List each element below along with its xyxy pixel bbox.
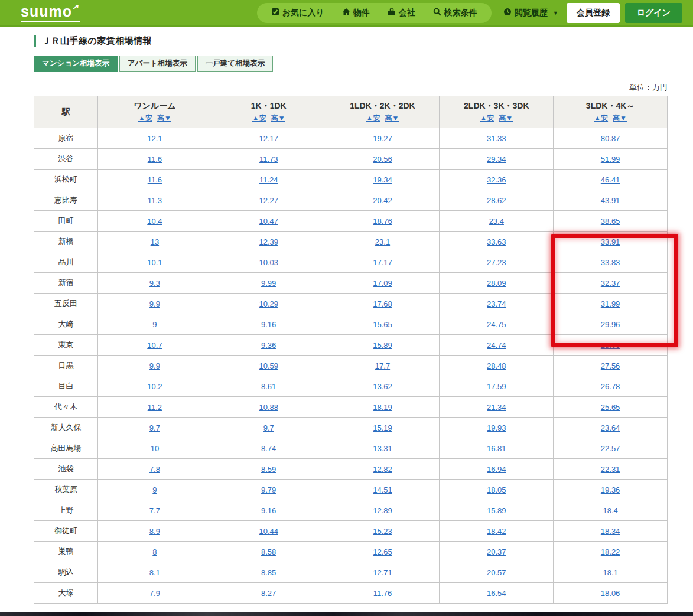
rent-value-link[interactable]: 25.65: [601, 403, 620, 412]
rent-value-link[interactable]: 11.76: [373, 589, 392, 598]
rent-value-link[interactable]: 18.22: [601, 547, 620, 556]
rent-value-link[interactable]: 12.39: [259, 237, 278, 246]
sort-cheap-link[interactable]: ▲安: [480, 114, 494, 122]
rent-value-link[interactable]: 9: [152, 320, 157, 329]
rent-value-link[interactable]: 9.7: [263, 423, 274, 432]
rent-value-link[interactable]: 43.91: [601, 196, 620, 205]
rent-value-link[interactable]: 22.31: [601, 465, 620, 474]
rent-value-link[interactable]: 18.19: [373, 403, 392, 412]
rent-value-link[interactable]: 11.6: [148, 175, 162, 184]
rent-value-link[interactable]: 33.63: [487, 237, 506, 246]
rent-value-link[interactable]: 11.3: [148, 196, 162, 205]
rent-value-link[interactable]: 20.56: [373, 155, 392, 164]
rent-value-link[interactable]: 28.06: [601, 341, 620, 350]
rent-value-link[interactable]: 10.47: [259, 217, 278, 226]
rent-value-link[interactable]: 8.85: [261, 568, 276, 577]
rent-value-link[interactable]: 18.34: [601, 527, 620, 536]
rent-value-link[interactable]: 9.9: [149, 299, 160, 308]
rent-value-link[interactable]: 12.1: [147, 134, 162, 143]
rent-value-link[interactable]: 10.7: [147, 341, 162, 350]
rent-value-link[interactable]: 20.37: [487, 547, 506, 556]
rent-value-link[interactable]: 19.36: [601, 485, 620, 494]
rent-value-link[interactable]: 11.73: [259, 155, 278, 164]
tab-0-active[interactable]: マンション相場表示: [34, 56, 118, 72]
rent-value-link[interactable]: 10: [151, 444, 159, 453]
rent-value-link[interactable]: 28.09: [487, 279, 506, 288]
rent-value-link[interactable]: 23.4: [489, 217, 504, 226]
rent-value-link[interactable]: 38.65: [601, 217, 620, 226]
rent-value-link[interactable]: 26.78: [601, 382, 620, 391]
rent-value-link[interactable]: 24.74: [487, 341, 506, 350]
tab-2[interactable]: 一戸建て相場表示: [197, 56, 273, 72]
rent-value-link[interactable]: 11.24: [259, 175, 278, 184]
rent-value-link[interactable]: 9.16: [261, 506, 276, 515]
rent-value-link[interactable]: 12.89: [373, 506, 392, 515]
rent-value-link[interactable]: 15.89: [487, 506, 506, 515]
rent-value-link[interactable]: 33.83: [601, 258, 620, 267]
sort-expensive-link[interactable]: 高▼: [157, 114, 171, 122]
rent-value-link[interactable]: 32.36: [487, 175, 506, 184]
rent-value-link[interactable]: 9.99: [261, 279, 276, 288]
rent-value-link[interactable]: 33.91: [601, 237, 620, 246]
rent-value-link[interactable]: 24.75: [487, 320, 506, 329]
rent-value-link[interactable]: 18.1: [603, 568, 617, 577]
rent-value-link[interactable]: 11.2: [148, 403, 162, 412]
rent-value-link[interactable]: 10.88: [259, 403, 278, 412]
rent-value-link[interactable]: 17.7: [375, 361, 390, 370]
rent-value-link[interactable]: 9: [152, 485, 157, 494]
rent-value-link[interactable]: 18.76: [373, 217, 392, 226]
sort-cheap-link[interactable]: ▲安: [594, 114, 608, 122]
rent-value-link[interactable]: 7.9: [149, 589, 160, 598]
sort-expensive-link[interactable]: 高▼: [385, 114, 399, 122]
rent-value-link[interactable]: 19.27: [373, 134, 392, 143]
rent-value-link[interactable]: 27.23: [487, 258, 506, 267]
rent-value-link[interactable]: 29.96: [601, 320, 620, 329]
rent-value-link[interactable]: 31.33: [487, 134, 506, 143]
nav-item-history[interactable]: 閲覧履歴 ▼: [503, 8, 558, 18]
rent-value-link[interactable]: 10.44: [259, 527, 278, 536]
rent-value-link[interactable]: 14.51: [373, 485, 392, 494]
rent-value-link[interactable]: 18.05: [487, 485, 506, 494]
sort-cheap-link[interactable]: ▲安: [252, 114, 266, 122]
rent-value-link[interactable]: 16.94: [487, 465, 506, 474]
sort-cheap-link[interactable]: ▲安: [138, 114, 152, 122]
rent-value-link[interactable]: 32.37: [601, 279, 620, 288]
rent-value-link[interactable]: 12.27: [259, 196, 278, 205]
rent-value-link[interactable]: 22.57: [601, 444, 620, 453]
rent-value-link[interactable]: 8.59: [261, 465, 276, 474]
rent-value-link[interactable]: 10.03: [259, 258, 278, 267]
rent-value-link[interactable]: 21.34: [487, 403, 506, 412]
rent-value-link[interactable]: 12.65: [373, 547, 392, 556]
rent-value-link[interactable]: 13: [151, 237, 159, 246]
rent-value-link[interactable]: 12.82: [373, 465, 392, 474]
rent-value-link[interactable]: 8.9: [149, 527, 160, 536]
rent-value-link[interactable]: 8.27: [261, 589, 276, 598]
rent-value-link[interactable]: 8.74: [261, 444, 276, 453]
rent-value-link[interactable]: 10.1: [147, 258, 162, 267]
rent-value-link[interactable]: 9.7: [149, 423, 160, 432]
rent-value-link[interactable]: 28.48: [487, 361, 506, 370]
rent-value-link[interactable]: 11.6: [148, 155, 162, 164]
rent-value-link[interactable]: 19.93: [487, 423, 506, 432]
login-button[interactable]: ログイン: [625, 3, 682, 23]
rent-value-link[interactable]: 13.31: [373, 444, 392, 453]
rent-value-link[interactable]: 15.19: [373, 423, 392, 432]
nav-item-checkbox[interactable]: お気に入り: [271, 8, 324, 18]
rent-value-link[interactable]: 23.1: [375, 237, 390, 246]
rent-value-link[interactable]: 17.17: [373, 258, 392, 267]
rent-value-link[interactable]: 10.59: [259, 361, 278, 370]
rent-value-link[interactable]: 7.8: [149, 465, 160, 474]
rent-value-link[interactable]: 9.36: [261, 341, 276, 350]
rent-value-link[interactable]: 80.87: [601, 134, 620, 143]
rent-value-link[interactable]: 15.65: [373, 320, 392, 329]
rent-value-link[interactable]: 16.54: [487, 589, 506, 598]
rent-value-link[interactable]: 8.61: [261, 382, 276, 391]
rent-value-link[interactable]: 46.41: [601, 175, 620, 184]
rent-value-link[interactable]: 9.3: [149, 279, 160, 288]
nav-item-home[interactable]: 物件: [342, 8, 370, 18]
rent-value-link[interactable]: 17.59: [487, 382, 506, 391]
rent-value-link[interactable]: 27.56: [601, 361, 620, 370]
rent-value-link[interactable]: 23.64: [601, 423, 620, 432]
rent-value-link[interactable]: 8.1: [149, 568, 160, 577]
rent-value-link[interactable]: 17.68: [373, 299, 392, 308]
